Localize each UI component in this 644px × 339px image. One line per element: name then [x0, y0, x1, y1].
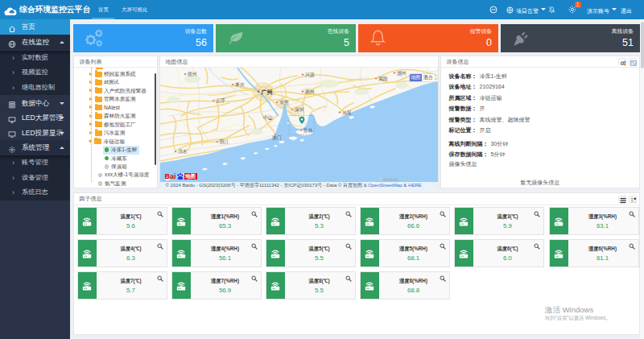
- svg-text:惠州: 惠州: [304, 89, 315, 93]
- svg-text:揭阳: 揭阳: [378, 75, 388, 81]
- svg-text:潮州: 潮州: [397, 69, 407, 76]
- svg-text:澳门: 澳门: [272, 134, 282, 141]
- svg-text:中山: 中山: [263, 114, 273, 119]
- svg-text:茂名: 茂名: [178, 149, 188, 155]
- svg-text:云浮: 云浮: [216, 97, 225, 104]
- svg-text:香港: 香港: [303, 127, 312, 134]
- svg-text:深圳: 深圳: [295, 107, 304, 113]
- svg-text:广州: 广州: [260, 88, 272, 95]
- svg-text:阳江: 阳江: [220, 139, 229, 145]
- svg-text:汕尾: 汕尾: [342, 110, 352, 114]
- svg-text:东莞: 东莞: [279, 100, 289, 105]
- svg-text:肇庆: 肇庆: [235, 82, 245, 87]
- svg-text:梧州: 梧州: [187, 71, 197, 77]
- svg-text:河源: 河源: [305, 71, 315, 77]
